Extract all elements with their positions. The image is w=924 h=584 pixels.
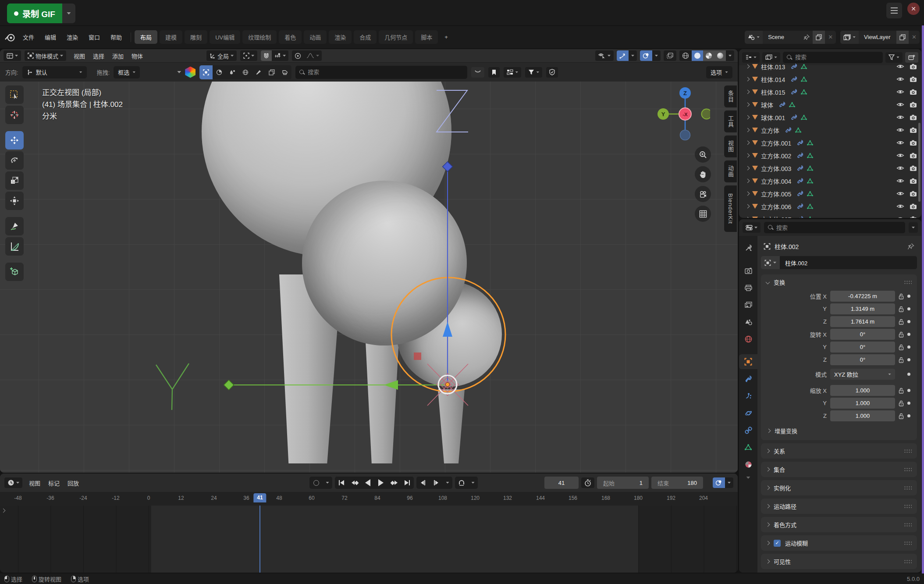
- animate-dot-button[interactable]: [907, 402, 910, 405]
- shading-wireframe-button[interactable]: [679, 50, 692, 61]
- lock-toggle[interactable]: [899, 388, 904, 394]
- hide-viewport-toggle[interactable]: [896, 89, 904, 95]
- mesh-data-icon[interactable]: [807, 203, 814, 210]
- lock-toggle[interactable]: [899, 344, 904, 350]
- toggle-grid-button[interactable]: [695, 206, 711, 222]
- outliner-item[interactable]: 立方体.006: [739, 200, 921, 213]
- scene-name[interactable]: Scene: [763, 34, 800, 40]
- workspace-tab[interactable]: 着色: [279, 30, 302, 44]
- collapsed-panel[interactable]: ✓ 运动路径: [761, 499, 917, 514]
- tab-viewlayer[interactable]: [739, 297, 757, 312]
- modifier-wrench-icon[interactable]: [779, 101, 785, 108]
- disable-render-toggle[interactable]: [910, 64, 917, 70]
- snap-toggle[interactable]: [261, 50, 272, 61]
- viewport-menu-item[interactable]: 选择: [89, 50, 108, 62]
- tab-particles[interactable]: [739, 388, 757, 403]
- remove-viewlayer-button[interactable]: ✕: [909, 31, 920, 44]
- modifier-wrench-icon[interactable]: [797, 216, 803, 218]
- workspace-tab[interactable]: 几何节点: [379, 30, 413, 44]
- proportional-editing-toggle[interactable]: [292, 50, 304, 61]
- tab-scene[interactable]: [739, 314, 757, 329]
- new-scene-button[interactable]: [813, 31, 825, 44]
- outliner-item[interactable]: 球体: [739, 98, 921, 111]
- mesh-data-icon[interactable]: [807, 140, 814, 146]
- panel-collapse-chevron-icon[interactable]: [177, 71, 181, 73]
- modifier-wrench-icon[interactable]: [797, 152, 803, 159]
- workspace-tab[interactable]: 动画: [304, 30, 327, 44]
- transform-value-field[interactable]: -0.47225 m: [830, 291, 895, 302]
- tab-modifiers[interactable]: [739, 371, 757, 386]
- expand-chevron-icon[interactable]: [746, 115, 750, 120]
- workspace-tab[interactable]: 纹理绘制: [242, 30, 277, 44]
- outliner-item[interactable]: 球体.001: [739, 111, 921, 124]
- animate-dot-button[interactable]: [907, 333, 910, 336]
- disable-render-toggle[interactable]: [910, 153, 917, 159]
- animate-dot-button[interactable]: [907, 358, 910, 361]
- orientation-default-dropdown[interactable]: 默认: [22, 66, 87, 78]
- asset-type-nodegroup-button[interactable]: [265, 65, 278, 79]
- properties-search-input[interactable]: [776, 224, 901, 231]
- tool-options-dropdown[interactable]: 选项: [706, 66, 732, 78]
- panel-grip-icon[interactable]: [904, 541, 912, 545]
- modifier-wrench-icon[interactable]: [797, 139, 803, 146]
- asset-type-scene-button[interactable]: [252, 65, 265, 79]
- outliner-item[interactable]: 立方体.002: [739, 149, 921, 162]
- panel-grip-icon[interactable]: [904, 467, 912, 471]
- jump-to-start-button[interactable]: [335, 477, 348, 489]
- timeline-overlays-dropdown[interactable]: [725, 477, 733, 488]
- properties-options-button[interactable]: [909, 222, 918, 233]
- disable-render-toggle[interactable]: [910, 178, 917, 184]
- disable-render-toggle[interactable]: [910, 76, 917, 82]
- asset-type-hdr-button[interactable]: [239, 65, 252, 79]
- panel-checkbox[interactable]: ✓: [774, 540, 781, 547]
- disable-render-toggle[interactable]: [910, 89, 917, 95]
- outliner-item[interactable]: 立方体.003: [739, 162, 921, 174]
- disable-render-toggle[interactable]: [910, 140, 917, 146]
- sidebar-tab[interactable]: 工具: [724, 110, 737, 132]
- timeline-track-area[interactable]: [0, 506, 738, 573]
- record-gif-button[interactable]: 录制 GIF: [7, 4, 62, 23]
- timeline-menu-item[interactable]: 回放: [64, 477, 83, 489]
- object-id-button[interactable]: [761, 256, 780, 269]
- outliner-item[interactable]: 柱体.015: [739, 85, 921, 98]
- timeline-menu-item[interactable]: 视图: [25, 477, 44, 489]
- hide-viewport-toggle[interactable]: [896, 216, 904, 218]
- play-reverse-button[interactable]: [361, 477, 374, 489]
- lock-toggle[interactable]: [899, 400, 904, 406]
- expand-chevron-icon[interactable]: [746, 166, 750, 171]
- zoom-button[interactable]: [695, 146, 711, 163]
- scene-browse-button[interactable]: [745, 31, 763, 44]
- xray-toggle[interactable]: [664, 50, 676, 61]
- outliner-search-input[interactable]: [795, 54, 879, 61]
- modifier-wrench-icon[interactable]: [791, 76, 797, 82]
- object-name[interactable]: 立方体.005: [761, 189, 791, 198]
- asset-type-model-button[interactable]: [199, 65, 213, 79]
- expand-chevron-icon[interactable]: [746, 217, 750, 218]
- hide-viewport-toggle[interactable]: [896, 165, 904, 171]
- expand-chevron-icon[interactable]: [746, 179, 750, 183]
- workspace-tab[interactable]: 布局: [135, 30, 157, 44]
- expand-chevron-icon[interactable]: [746, 90, 750, 94]
- animate-dot-button[interactable]: [907, 345, 910, 349]
- modifier-wrench-icon[interactable]: [791, 63, 797, 70]
- new-viewlayer-button[interactable]: [896, 31, 909, 44]
- topbar-menu-item[interactable]: 帮助: [105, 30, 127, 44]
- asset-type-brush-button[interactable]: [226, 65, 239, 79]
- lock-toggle[interactable]: [899, 413, 904, 419]
- mesh-data-icon[interactable]: [807, 165, 814, 171]
- mesh-data-icon[interactable]: [807, 153, 814, 159]
- collapsed-panel[interactable]: ✓ 着色方式: [761, 517, 917, 532]
- show-gizmo-toggle[interactable]: [617, 50, 629, 61]
- mesh-data-icon[interactable]: [807, 178, 814, 184]
- tab-render[interactable]: [739, 263, 757, 278]
- blenderkit-bookmarks-button[interactable]: [488, 67, 500, 78]
- outliner-item[interactable]: 柱体.014: [739, 73, 921, 85]
- sidebar-tab[interactable]: 动画: [724, 160, 737, 182]
- shading-settings-button[interactable]: [726, 50, 734, 61]
- select-box-tool[interactable]: [5, 85, 24, 104]
- transform-tool[interactable]: [5, 192, 24, 210]
- 3d-viewport[interactable]: 正交左视图 (局部)(41) 场景集合 | 柱体.002分米: [0, 82, 738, 473]
- sidebar-tab[interactable]: 视图: [724, 135, 737, 157]
- keying-set-dropdown[interactable]: [468, 477, 478, 489]
- pin-scene-button[interactable]: [800, 31, 813, 44]
